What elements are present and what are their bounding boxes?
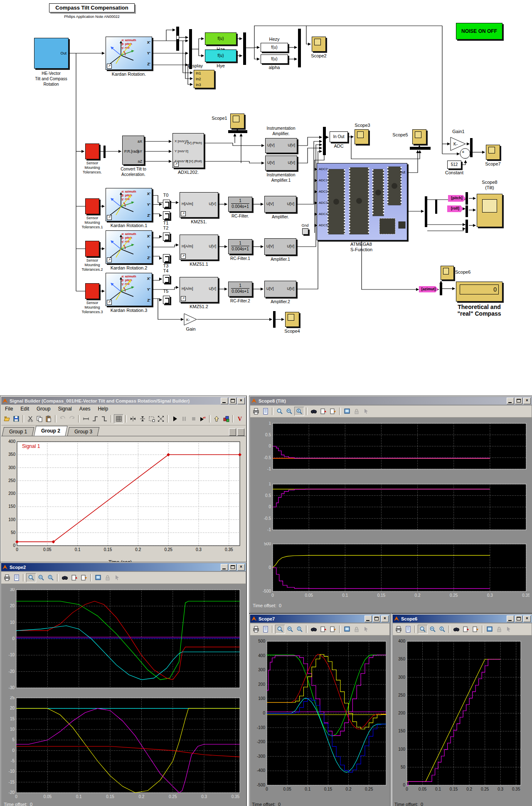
hye-fcn-block[interactable]: f(u) bbox=[205, 49, 236, 62]
snapv-icon[interactable] bbox=[138, 415, 147, 423]
auto-icon[interactable] bbox=[452, 625, 461, 633]
zoomx-icon[interactable] bbox=[285, 407, 294, 415]
float-icon[interactable] bbox=[342, 407, 352, 415]
he-vector-block[interactable]: Out bbox=[34, 38, 69, 69]
scope8-titlebar[interactable]: Scope8 (Tilt) bbox=[250, 397, 532, 405]
maximize-button[interactable] bbox=[373, 616, 380, 622]
roll-from-tag[interactable]: [roll] bbox=[447, 205, 463, 212]
hze-fcn-block[interactable]: f(u) bbox=[205, 32, 236, 45]
zoomx-icon[interactable] bbox=[37, 574, 46, 582]
zoom-icon[interactable] bbox=[418, 625, 428, 634]
look-under-mask-icon[interactable] bbox=[107, 257, 112, 262]
look-under-mask-icon[interactable] bbox=[107, 215, 112, 220]
menu-axes[interactable]: Axes bbox=[76, 405, 94, 413]
convert-tilt-block[interactable]: P.R.[rad] aX aY aZ bbox=[122, 136, 144, 165]
zoomy-icon[interactable] bbox=[438, 625, 447, 633]
look-under-mask-icon[interactable] bbox=[181, 211, 186, 216]
sensor-tolerances1-block[interactable] bbox=[85, 198, 99, 214]
mux[interactable] bbox=[273, 311, 276, 328]
restax-icon[interactable] bbox=[328, 625, 337, 633]
scope6-block[interactable] bbox=[441, 266, 454, 280]
zoomfit-icon[interactable] bbox=[157, 415, 165, 423]
open-icon[interactable] bbox=[2, 415, 11, 423]
restax-icon[interactable] bbox=[79, 574, 89, 582]
pitch-from-tag[interactable]: [pitch] bbox=[448, 195, 466, 202]
scope1-block[interactable] bbox=[230, 114, 244, 129]
hline-icon[interactable] bbox=[81, 415, 90, 423]
rc-filter1-block[interactable]: 10.004s+1 bbox=[228, 239, 252, 254]
mux[interactable] bbox=[410, 147, 431, 150]
hezy-fcn-block[interactable]: f(u) bbox=[261, 43, 288, 52]
scope6-titlebar[interactable]: Scope6 bbox=[393, 615, 532, 623]
instamp1-block[interactable]: U[V] U[V] bbox=[265, 156, 297, 171]
menu-group[interactable]: Group bbox=[33, 405, 54, 413]
maximize-button[interactable] bbox=[515, 616, 522, 622]
look-under-mask-icon[interactable] bbox=[107, 64, 112, 69]
saveax-icon[interactable] bbox=[319, 407, 328, 415]
tab-group1[interactable]: Group 1 bbox=[2, 427, 34, 436]
zoomx-icon[interactable] bbox=[286, 625, 295, 633]
kmz51-1-block[interactable]: H[A/m]U[V] bbox=[180, 235, 218, 260]
sum-block[interactable]: +_ bbox=[460, 148, 471, 160]
constant-block[interactable]: 512 bbox=[447, 161, 461, 169]
minimize-button[interactable] bbox=[221, 398, 228, 404]
zoomy-icon[interactable] bbox=[46, 574, 55, 582]
instamp-block[interactable]: U[V] U[V] bbox=[265, 138, 297, 153]
look-under-mask-icon[interactable] bbox=[107, 300, 112, 305]
auto-icon[interactable] bbox=[309, 407, 318, 415]
saveax-icon[interactable] bbox=[70, 574, 79, 582]
gain-block[interactable]: K- bbox=[184, 313, 198, 326]
scope3-block[interactable] bbox=[355, 129, 369, 144]
auto-icon[interactable] bbox=[60, 574, 69, 582]
demux[interactable] bbox=[425, 196, 427, 227]
saveax-icon[interactable] bbox=[319, 625, 328, 633]
params-icon[interactable] bbox=[404, 625, 413, 633]
minimize-button[interactable] bbox=[507, 616, 514, 622]
alpha-fcn-block[interactable]: f(u) bbox=[261, 54, 288, 64]
print-icon[interactable] bbox=[2, 574, 12, 582]
uparrow-icon[interactable] bbox=[212, 415, 221, 423]
mux[interactable] bbox=[243, 32, 246, 65]
play-icon[interactable] bbox=[170, 415, 179, 423]
float-icon[interactable] bbox=[485, 625, 494, 633]
scope7-block[interactable] bbox=[486, 145, 500, 160]
amplifier-block[interactable]: U[V]U[V] bbox=[264, 196, 296, 213]
amplifier1-block[interactable]: U[V]U[V] bbox=[264, 238, 296, 255]
grid-icon[interactable] bbox=[114, 414, 123, 423]
mux[interactable] bbox=[323, 127, 326, 155]
saveax-icon[interactable] bbox=[461, 625, 470, 633]
scope7-titlebar[interactable]: Scope7 bbox=[250, 615, 389, 623]
kardan-rotation-block[interactable]: α: azimuthβ: pitchγ: roll X' Y' Z' bbox=[106, 37, 152, 70]
zoom-icon[interactable] bbox=[26, 573, 36, 582]
mux[interactable] bbox=[466, 220, 468, 233]
goto-t1[interactable] bbox=[163, 211, 170, 220]
mux[interactable] bbox=[228, 130, 247, 133]
rc-filter2-block[interactable]: 10.004s+1 bbox=[228, 282, 252, 297]
playall-icon[interactable]: all bbox=[198, 415, 207, 423]
tab-group3[interactable]: Group 3 bbox=[67, 427, 100, 436]
sensor-tolerances3-block[interactable] bbox=[85, 283, 99, 299]
mux[interactable] bbox=[466, 192, 468, 205]
mux[interactable] bbox=[103, 146, 106, 158]
minimize-button[interactable] bbox=[221, 564, 228, 571]
display-block[interactable]: In1 In2 In3 bbox=[194, 70, 214, 88]
restax-icon[interactable] bbox=[471, 625, 480, 633]
close-button[interactable] bbox=[523, 616, 531, 622]
mux[interactable] bbox=[298, 29, 301, 67]
maximize-button[interactable] bbox=[229, 398, 236, 404]
zoomx-icon[interactable] bbox=[428, 625, 437, 633]
gnd-block[interactable] bbox=[302, 228, 308, 235]
close-button[interactable] bbox=[381, 616, 389, 622]
noise-on-off-button[interactable]: NOISE ON OFF bbox=[456, 23, 502, 40]
scope2-titlebar[interactable]: Scope2 bbox=[1, 563, 246, 571]
tab-group2[interactable]: Group 2 bbox=[34, 426, 68, 436]
menu-file[interactable]: File bbox=[1, 405, 17, 413]
kmz51-block[interactable]: H[A/m]U[V] bbox=[180, 192, 218, 218]
menu-edit[interactable]: Edit bbox=[17, 405, 33, 413]
mux[interactable] bbox=[470, 138, 473, 157]
maximize-button[interactable] bbox=[515, 398, 522, 404]
print-icon[interactable] bbox=[251, 407, 261, 415]
scope5-block[interactable] bbox=[412, 129, 426, 144]
look-under-mask-icon[interactable] bbox=[181, 254, 186, 259]
tab-scroll-right-button[interactable] bbox=[237, 428, 244, 436]
